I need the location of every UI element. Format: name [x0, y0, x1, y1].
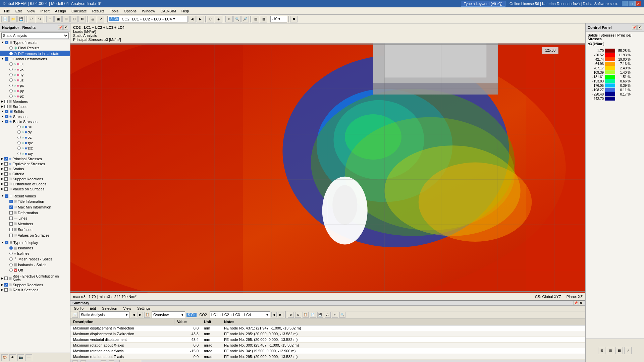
cp-btn2[interactable]: ⊟ — [607, 347, 614, 354]
search-box[interactable]: Type a keyword (Alt+Q) — [461, 1, 505, 7]
table-row[interactable]: Maximum displacement in Y-direction 0.0 … — [70, 325, 585, 331]
result-values-section[interactable]: ▼ ✓ ⊞ Result Values — [0, 193, 70, 198]
result-sections-section[interactable]: ▶ ⊞ Result Sections — [0, 287, 70, 292]
footer-last[interactable]: ▶| — [109, 360, 114, 362]
menu-tools[interactable]: Tools — [107, 8, 121, 14]
final-results-radio[interactable] — [9, 46, 13, 50]
footer-first[interactable]: |◀ — [72, 360, 78, 362]
tbl-btn3[interactable]: 📋 — [303, 312, 309, 318]
menu-file[interactable]: File — [1, 8, 13, 14]
tbl-btn6[interactable]: 🖨 — [325, 312, 331, 318]
support-reactions-section[interactable]: ▶ ⊞ Support Reactions — [0, 176, 70, 181]
u-abs-item[interactable]: ○■ |u| — [0, 61, 70, 67]
selection-menu[interactable]: Selection — [100, 306, 119, 311]
sigma-x-item[interactable]: ○■ σx — [0, 124, 70, 129]
equivalent-stresses-section[interactable]: ▶ ◈ Equivalent Stresses — [0, 161, 70, 166]
phiz-item[interactable]: ○■ φz — [0, 94, 70, 99]
lc-prev[interactable]: ◀ — [271, 312, 277, 317]
tbl-btn8[interactable]: 🔍 — [339, 312, 345, 318]
menu-edit[interactable]: Edit — [13, 8, 24, 14]
phiy-item[interactable]: ○■ φy — [0, 88, 70, 94]
tbl-btn4[interactable]: 📄 — [310, 312, 316, 318]
stresses-section[interactable]: ▼ ✓ ◈ Stresses — [0, 114, 70, 119]
footer-prev[interactable]: ◀ — [80, 360, 86, 362]
nav-next[interactable]: ▶ — [197, 16, 204, 22]
sigma-y-item[interactable]: ○■ σy — [0, 129, 70, 135]
sigma-z-item[interactable]: ○■ σz — [0, 135, 70, 140]
menu-help[interactable]: Help — [179, 8, 192, 14]
tb1[interactable]: □ — [46, 16, 54, 22]
solids-checkbox[interactable]: ✓ — [5, 110, 8, 113]
render1[interactable]: ▤ — [252, 16, 259, 22]
global-deformations-section[interactable]: ▼ ✓ ⊞ Global Deformations — [0, 56, 70, 61]
surfaces-section[interactable]: ▶ ⊞ Surfaces — [0, 104, 70, 109]
redo-btn[interactable]: ↪ — [36, 16, 43, 22]
settings-menu[interactable]: Settings — [135, 306, 153, 311]
cp-close[interactable]: ✕ — [637, 25, 642, 30]
type-display-checkbox[interactable]: ✓ — [5, 241, 8, 244]
goto-menu[interactable]: Go To — [72, 306, 86, 311]
menu-insert[interactable]: Insert — [38, 8, 52, 14]
maximize-button[interactable]: □ — [629, 1, 635, 6]
diff-initial-radio[interactable] — [9, 52, 13, 55]
static-analysis-select[interactable]: Static Analysis — [1, 32, 69, 39]
summary-icon[interactable]: 📊 — [72, 312, 78, 318]
edit-menu[interactable]: Edit — [88, 306, 98, 311]
members-checkbox[interactable] — [4, 100, 8, 103]
solids-section[interactable]: ▼ ✓ ▣ Solids — [0, 109, 70, 114]
close-button[interactable]: ✕ — [635, 1, 641, 6]
table-row[interactable]: Maximum rotation about Y-axis -15.0 mrad… — [70, 348, 585, 354]
menu-calculate[interactable]: Calculate — [69, 8, 90, 14]
tbl-btn7[interactable]: ↩ — [332, 312, 338, 318]
equiv-stresses-checkbox[interactable] — [4, 162, 8, 166]
tau-xz-item[interactable]: ○■ τxz — [0, 145, 70, 151]
zoom-fit[interactable]: ⊕ — [225, 16, 233, 22]
menu-options[interactable]: Options — [121, 8, 139, 14]
view2[interactable]: ◈ — [215, 16, 222, 22]
overview-icon[interactable]: 📋 — [144, 312, 150, 318]
nav-close[interactable]: ✕ — [63, 25, 68, 30]
members-rv-item[interactable]: ⊞ Members — [0, 221, 70, 227]
type-of-results-section[interactable]: ▼ ✓ ⊞ Type of results — [0, 40, 70, 45]
surfaces-checkbox[interactable] — [4, 105, 8, 108]
summary-pin[interactable]: 📌 — [573, 301, 578, 305]
principal-stresses-checkbox[interactable]: ✓ — [4, 157, 8, 161]
mesh-nodes-solids-item[interactable]: ⋮ Mesh Nodes - Solids — [0, 256, 70, 262]
zoom-in[interactable]: 🔍 — [233, 16, 241, 22]
final-results-item[interactable]: ◎ Final Results — [0, 45, 70, 51]
uz-item[interactable]: ○■ uz — [0, 77, 70, 83]
nav-pin[interactable]: 📌 — [58, 25, 63, 30]
save-btn[interactable]: 💾 — [17, 16, 25, 22]
off-item[interactable]: ✕ Off — [0, 267, 70, 273]
values-on-surfaces-section[interactable]: ▶ ⊞ Values on Surfaces — [0, 186, 70, 191]
strains-section[interactable]: ▶ ◈ Strains — [0, 166, 70, 171]
tb2[interactable]: ▣ — [54, 16, 62, 22]
max-min-information-item[interactable]: ✓ ⊞ Max Min Information — [0, 204, 70, 210]
principal-stresses-section[interactable]: ▶ ✓ ◈ Principal Stresses — [0, 156, 70, 161]
footer-next[interactable]: ▶ — [101, 360, 106, 362]
menu-window[interactable]: Window — [139, 8, 158, 14]
nav-line-icon[interactable]: — — [25, 354, 32, 361]
tb4[interactable]: ⊟ — [70, 16, 78, 22]
tbl-btn5[interactable]: 💾 — [317, 312, 323, 318]
values-surfaces-rv-item[interactable]: ⊞ Values on Surfaces — [0, 232, 70, 238]
tbl-btn2[interactable]: ⊖ — [295, 312, 301, 318]
distribution-loads-section[interactable]: ▶ ⊞ Distribution of Loads — [0, 181, 70, 186]
new-btn[interactable]: 📄 — [1, 16, 9, 22]
title-information-item[interactable]: ✓ ⊞ Title Information — [0, 198, 70, 204]
menu-cadbim[interactable]: CAD-BIM — [158, 8, 178, 14]
nav-prev[interactable]: ◀ — [189, 16, 196, 22]
cp-btn3[interactable]: ▦ — [615, 347, 623, 354]
summary-close[interactable]: ✕ — [579, 301, 583, 305]
print-btn[interactable]: 🖨 — [89, 16, 96, 22]
minimize-button[interactable]: — — [622, 1, 628, 6]
nav-eye-icon[interactable]: 👁 — [9, 354, 16, 361]
cp-pin[interactable]: 📌 — [632, 25, 637, 30]
global-def-checkbox[interactable]: ✓ — [5, 57, 8, 61]
support-reactions2-section[interactable]: ▶ ✓ ⊞ Support Reactions — [0, 282, 70, 287]
nav-camera-icon[interactable]: 📷 — [17, 354, 24, 361]
table-row[interactable]: Maximum vectorial displacement 43.4 mm F… — [70, 337, 585, 343]
dist-loads-checkbox[interactable] — [4, 182, 8, 186]
basic-stresses-section[interactable]: ▼ ✓ ◈ Basic Stresses — [0, 119, 70, 124]
isolines-item[interactable]: ≡ Isolines — [0, 251, 70, 256]
